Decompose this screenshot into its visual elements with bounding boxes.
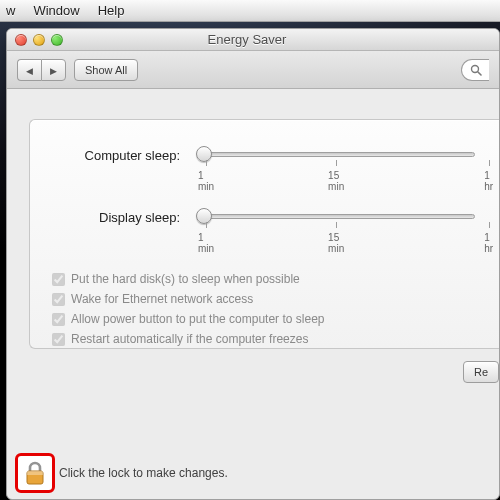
check-power-button-sleep[interactable]: Allow power button to put the computer t… [52, 312, 485, 326]
back-button[interactable]: ◀ [17, 59, 41, 81]
lock-highlight [15, 453, 55, 493]
energy-saver-window: Energy Saver ◀ ▶ Show All Computer sleep… [6, 28, 500, 500]
computer-sleep-row: Computer sleep: [52, 144, 485, 166]
check-wake-ethernet[interactable]: Wake for Ethernet network access [52, 292, 485, 306]
lock-help-text: Click the lock to make changes. [59, 466, 228, 480]
check-restart-on-freeze[interactable]: Restart automatically if the computer fr… [52, 332, 485, 346]
slider-knob-icon[interactable] [196, 208, 212, 224]
options-checklist: Put the hard disk(s) to sleep when possi… [52, 272, 485, 346]
titlebar: Energy Saver [7, 29, 499, 51]
nav-segment: ◀ ▶ [17, 59, 66, 81]
menubar-item[interactable]: w [6, 3, 15, 18]
display-sleep-row: Display sleep: [52, 206, 485, 228]
window-title: Energy Saver [6, 32, 491, 47]
display-sleep-ticks: 1 min 15 min 1 hr [188, 232, 485, 254]
search-field[interactable] [461, 59, 489, 81]
system-menubar: w Window Help [0, 0, 500, 22]
lock-icon[interactable] [24, 460, 46, 486]
check-hard-disk-sleep[interactable]: Put the hard disk(s) to sleep when possi… [52, 272, 485, 286]
settings-panel: Computer sleep: 1 min 15 min 1 hr Displa… [29, 119, 499, 349]
search-icon [470, 64, 482, 76]
forward-button[interactable]: ▶ [41, 59, 66, 81]
lock-row: Click the lock to make changes. [15, 453, 228, 493]
slider-knob-icon[interactable] [196, 146, 212, 162]
display-sleep-label: Display sleep: [52, 210, 180, 225]
restore-defaults-button[interactable]: Re [463, 361, 499, 383]
computer-sleep-ticks: 1 min 15 min 1 hr [188, 170, 485, 192]
svg-line-1 [478, 72, 481, 75]
computer-sleep-label: Computer sleep: [52, 148, 180, 163]
toolbar: ◀ ▶ Show All [7, 51, 499, 89]
menubar-item-window[interactable]: Window [33, 3, 79, 18]
menubar-item-help[interactable]: Help [98, 3, 125, 18]
show-all-button[interactable]: Show All [74, 59, 138, 81]
svg-rect-3 [27, 471, 43, 475]
